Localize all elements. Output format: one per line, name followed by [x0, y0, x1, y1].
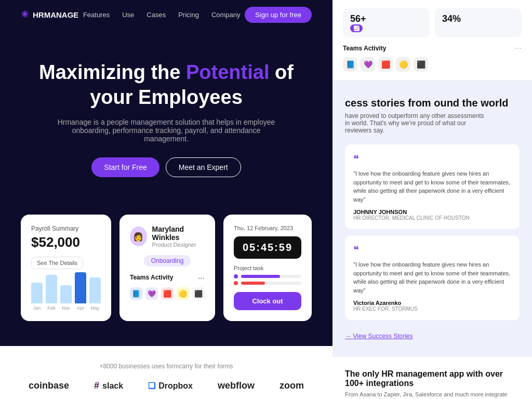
bar-labels: Jan Feb Mar Apr May [31, 305, 101, 311]
hero-headline: Maximizing the Potential of your Employe… [21, 60, 312, 110]
t-icon-2: 💜 [361, 57, 375, 72]
hero-section: Maximizing the Potential of your Employe… [0, 29, 332, 198]
testimonial-card-2: ❝ "I love how the onboarding feature giv… [345, 235, 520, 320]
teams-activity-title: Teams Activity [343, 45, 386, 52]
nav-features[interactable]: Features [83, 11, 110, 19]
onboarding-badge: Onboarding [144, 255, 191, 267]
avatar: 👩 [130, 227, 147, 246]
team-icon-2: 💜 [145, 287, 158, 300]
team-icon-5: ⬛ [192, 287, 205, 300]
dot-1 [234, 274, 238, 278]
stat-val-2: 34% [442, 14, 514, 24]
t-icon-3: 🟥 [378, 57, 393, 72]
brands-section: +8000 businesses uses formcarry for thei… [0, 346, 332, 399]
clock-date: Thu, 12 February, 2023 [234, 225, 301, 231]
teams-icons-row: 📘 💜 🟥 🟡 ⬛ [343, 57, 522, 72]
stat-val-1: 56+ [350, 14, 422, 24]
nav-links: Features Use Cases Pricing Company [83, 11, 241, 19]
testimonials-section: cess stories from ound the world have pr… [332, 81, 532, 357]
integrations-desc: From Asana to Zapier, Jira, Salesforce a… [345, 391, 520, 399]
hero-description: Hrmanage is a people management solution… [57, 118, 275, 143]
brand-zoom: zoom [280, 380, 304, 391]
team-icon-3: 🟥 [161, 287, 174, 300]
profile-role: Product Designer [152, 242, 205, 248]
dropbox-icon: ❑ [148, 381, 155, 391]
team-icon-1: 📘 [130, 287, 142, 300]
start-free-button[interactable]: Start for Free [91, 157, 159, 177]
logo-icon: ✳ [21, 9, 29, 20]
teams-title: Teams Activity ··· [130, 274, 205, 283]
progress-row-2 [234, 281, 301, 285]
testimonial-role-2: HR EXEC FOR, STORMUS [353, 306, 511, 312]
stat-badge: 📈 [350, 24, 363, 32]
bar-mar [60, 285, 72, 303]
testimonial-card-1: ❝ "I love how the onboarding feature giv… [345, 144, 520, 229]
integrations-heading: The only HR management app with over 100… [345, 369, 520, 388]
profile-name: Maryland Winkles [152, 225, 205, 242]
teams-more-icon[interactable]: ··· [198, 274, 205, 283]
profile-card: 👩 Maryland Winkles Product Designer Onbo… [119, 215, 215, 321]
bar-may [89, 277, 101, 303]
brand-slack: # slack [94, 380, 123, 391]
project-label: Project task [234, 265, 301, 271]
nav-use[interactable]: Use [122, 11, 134, 19]
teams-icons: 📘 💜 🟥 🟡 ⬛ [130, 287, 205, 300]
testimonial-text-2: "I love how the onboarding feature gives… [353, 260, 511, 295]
clock-time: 05:45:59 [234, 236, 301, 259]
signup-button[interactable]: Sign up for free [245, 7, 312, 23]
payroll-card: Payroll Summary $52,000 See The Details … [21, 215, 111, 321]
nav-company[interactable]: Company [211, 11, 241, 19]
progress-bg-1 [241, 275, 301, 278]
logo: ✳ HRMANAGE [21, 9, 78, 20]
navbar: ✳ HRMANAGE Features Use Cases Pricing Co… [0, 0, 332, 29]
stat-box-1: 56+ 📈 [343, 8, 430, 37]
stats-row: 56+ 📈 34% [343, 8, 522, 37]
brand-webflow: webflow [218, 380, 255, 391]
hero-cards: Payroll Summary $52,000 See The Details … [0, 198, 332, 346]
testimonial-author-1: JOHNNY JOHNSON [353, 209, 511, 215]
right-top: 56+ 📈 34% Teams Activity ··· 📘 💜 🟥 🟡 ⬛ [332, 0, 532, 81]
dot-2 [234, 281, 238, 285]
teams-activity-more[interactable]: ··· [515, 44, 522, 53]
clock-card: Thu, 12 February, 2023 05:45:59 Project … [223, 215, 312, 321]
testimonial-author-2: Victoria Azarenko [353, 300, 511, 306]
quote-icon-1: ❝ [353, 153, 511, 165]
t-icon-5: ⬛ [414, 57, 428, 72]
success-stories-link[interactable]: → View Success Stories [345, 332, 413, 340]
t-icon-1: 📘 [343, 57, 357, 72]
progress-fill-2 [241, 282, 265, 285]
slack-icon: # [94, 380, 99, 391]
bar-feb [46, 275, 57, 303]
progress-fill-1 [241, 275, 280, 278]
nav-pricing[interactable]: Pricing [178, 11, 199, 19]
integrations-section: The only HR management app with over 100… [332, 357, 532, 399]
brand-coinbase: coinbase [29, 380, 69, 391]
t-icon-4: 🟡 [396, 57, 410, 72]
progress-row-1 [234, 274, 301, 278]
testimonials-heading: cess stories from ound the world [345, 97, 520, 109]
payroll-details-button[interactable]: See The Details [31, 257, 83, 269]
team-icon-4: 🟡 [177, 287, 189, 300]
stat-box-2: 34% [435, 8, 522, 37]
profile-header: 👩 Maryland Winkles Product Designer [130, 225, 205, 248]
brands-list: coinbase # slack ❑ Dropbox webflow zoom [21, 380, 312, 391]
payroll-title: Payroll Summary [31, 225, 101, 232]
bar-apr [75, 272, 86, 303]
clock-out-button[interactable]: Clock out [234, 292, 301, 310]
bar-jan [31, 283, 43, 303]
hero-buttons: Start for Free Meet an Expert [21, 157, 312, 177]
progress-bg-2 [241, 282, 301, 285]
testimonial-text-1: "I love how the onboarding feature gives… [353, 169, 511, 204]
quote-icon-2: ❝ [353, 244, 511, 256]
testimonial-role-1: HR DIRECTOR, MEDICAL CLINIC OF HOUSTON [353, 215, 511, 221]
nav-cases[interactable]: Cases [147, 11, 166, 19]
payroll-chart [31, 277, 101, 303]
testimonials-subtext: have proved to outperform any other asse… [345, 112, 490, 134]
teams-activity-header: Teams Activity ··· [343, 44, 522, 53]
meet-expert-button[interactable]: Meet an Expert [166, 157, 241, 177]
logo-text: HRMANAGE [33, 10, 78, 19]
brand-dropbox: ❑ Dropbox [148, 381, 193, 391]
brands-note: +8000 businesses uses formcarry for thei… [21, 363, 312, 370]
payroll-amount: $52,000 [31, 234, 101, 250]
